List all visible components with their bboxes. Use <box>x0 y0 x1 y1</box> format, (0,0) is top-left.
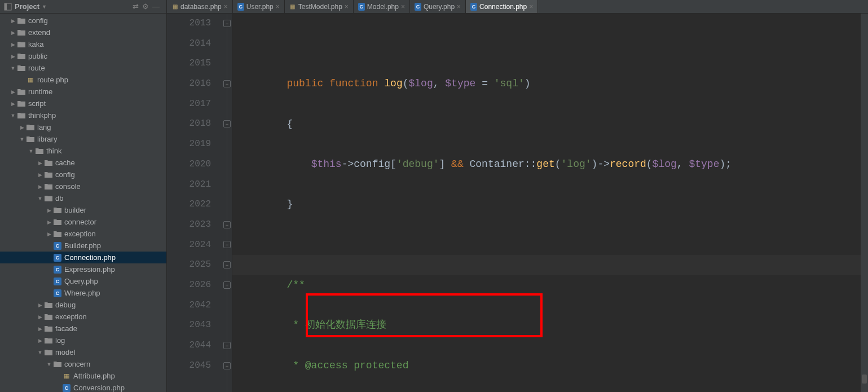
line-number: 2044 <box>167 336 222 356</box>
scroll-from-source-icon[interactable]: ⇄ <box>133 2 139 11</box>
tree-arrow-icon[interactable]: ▶ <box>36 314 44 320</box>
close-icon[interactable]: × <box>224 3 228 11</box>
tree-folder[interactable]: ▶log <box>0 334 166 346</box>
tree-folder[interactable]: ▼think <box>0 145 166 157</box>
tree-folder[interactable]: ▼thinkphp <box>0 109 166 121</box>
editor-tab[interactable]: ▦TestModel.php× <box>285 0 354 13</box>
tree-folder[interactable]: ▶console <box>0 180 166 192</box>
tree-arrow-icon[interactable]: ▼ <box>36 196 44 201</box>
close-icon[interactable]: × <box>529 3 533 11</box>
tree-folder[interactable]: ▼model <box>0 346 166 358</box>
tree-folder[interactable]: ▶config <box>0 15 166 27</box>
close-icon[interactable]: × <box>401 3 405 11</box>
tree-arrow-icon[interactable]: ▼ <box>9 65 17 71</box>
tree-folder[interactable]: ▶debug <box>0 299 166 311</box>
editor-tab[interactable]: CQuery.php× <box>410 0 466 13</box>
tree-arrow-icon[interactable]: ▼ <box>27 148 35 154</box>
tree-folder[interactable]: ▶builder <box>0 204 166 216</box>
tree-arrow-icon[interactable]: ▶ <box>36 302 44 308</box>
fold-marker[interactable]: − <box>223 342 231 349</box>
tree-file[interactable]: CWhere.php <box>0 287 166 299</box>
tree-folder[interactable]: ▼concern <box>0 358 166 370</box>
tree-folder[interactable]: ▶connector <box>0 216 166 228</box>
tree-arrow-icon[interactable]: ▶ <box>9 54 17 59</box>
tree-arrow-icon[interactable]: ▶ <box>9 42 17 47</box>
tree-arrow-icon[interactable]: ▶ <box>36 338 44 343</box>
fold-marker[interactable]: − <box>223 120 231 127</box>
tree-folder[interactable]: ▶config <box>0 169 166 180</box>
close-icon[interactable]: × <box>457 3 461 11</box>
line-number: 2013 <box>167 14 222 34</box>
php-file-icon: C <box>237 3 244 10</box>
tree-arrow-icon[interactable]: ▼ <box>45 362 53 367</box>
tab-label: TestModel.php <box>298 3 342 11</box>
tree-folder[interactable]: ▼db <box>0 192 166 204</box>
tree-item-label: cache <box>55 158 75 167</box>
tree-arrow-icon[interactable]: ▼ <box>9 113 17 118</box>
editor-tabs: ▦database.php×CUser.php×▦TestModel.php×C… <box>167 0 868 13</box>
tree-arrow-icon[interactable]: ▶ <box>45 208 53 213</box>
code-area[interactable]: public function log($log, $type = 'sql')… <box>232 14 861 392</box>
vertical-scrollbar[interactable] <box>861 14 868 392</box>
tree-file[interactable]: CQuery.php <box>0 275 166 287</box>
editor-tab[interactable]: CModel.php× <box>354 0 410 13</box>
tree-item-label: debug <box>55 301 76 309</box>
tree-arrow-icon[interactable]: ▼ <box>36 350 44 355</box>
editor-tab[interactable]: CConnection.php× <box>466 0 538 13</box>
tree-arrow-icon[interactable]: ▶ <box>45 231 53 237</box>
php-file-icon: C <box>470 3 477 10</box>
minimize-icon[interactable]: — <box>152 2 160 11</box>
tree-folder[interactable]: ▶exception <box>0 311 166 323</box>
tree-arrow-icon[interactable]: ▶ <box>36 172 44 178</box>
fold-marker[interactable]: − <box>223 221 231 228</box>
tree-arrow-icon[interactable]: ▶ <box>9 18 17 24</box>
tree-arrow-icon[interactable]: ▼ <box>18 136 26 142</box>
tree-item-label: builder <box>64 206 86 214</box>
fold-marker[interactable]: + <box>223 281 231 289</box>
editor-tab[interactable]: ▦database.php× <box>167 0 233 13</box>
tree-folder[interactable]: ▶script <box>0 98 166 109</box>
tree-arrow-icon[interactable]: ▶ <box>36 160 44 166</box>
tree-arrow-icon[interactable]: ▶ <box>36 184 44 190</box>
gear-icon[interactable]: ⚙ <box>142 2 149 11</box>
editor-tab[interactable]: CUser.php× <box>233 0 285 13</box>
tree-folder[interactable]: ▶runtime <box>0 86 166 98</box>
tree-arrow-icon[interactable]: ▶ <box>36 326 44 332</box>
tree-arrow-icon[interactable]: ▶ <box>9 30 17 36</box>
config-file-icon: ▦ <box>289 3 296 10</box>
tree-folder[interactable]: ▶kaka <box>0 38 166 50</box>
tab-label: Connection.php <box>479 3 527 11</box>
tree-file[interactable]: CBuilder.php <box>0 240 166 252</box>
tree-file[interactable]: ▦route.php <box>0 74 166 86</box>
fold-marker[interactable]: − <box>223 261 231 268</box>
close-icon[interactable]: × <box>276 3 280 11</box>
code-editor[interactable]: 2013201420152016201720182019202020212022… <box>167 14 868 392</box>
close-icon[interactable]: × <box>345 3 349 11</box>
tree-file[interactable]: ▦Attribute.php <box>0 370 166 382</box>
tree-folder[interactable]: ▶lang <box>0 121 166 133</box>
tree-folder[interactable]: ▶exception <box>0 228 166 240</box>
tree-folder[interactable]: ▶public <box>0 50 166 62</box>
tree-arrow-icon[interactable]: ▶ <box>18 125 26 130</box>
tree-arrow-icon[interactable]: ▶ <box>9 89 17 95</box>
tree-file[interactable]: CConversion.php <box>0 382 166 392</box>
fold-marker[interactable]: − <box>223 362 231 369</box>
tree-file[interactable]: CConnection.php <box>0 252 166 263</box>
fold-marker[interactable]: − <box>223 80 231 87</box>
tree-arrow-icon[interactable]: ▶ <box>9 101 17 107</box>
tree-folder[interactable]: ▼route <box>0 62 166 74</box>
tree-arrow-icon[interactable]: ▶ <box>45 219 53 225</box>
tree-folder[interactable]: ▼library <box>0 133 166 145</box>
line-number: 2018 <box>167 114 222 134</box>
tree-item-label: thinkphp <box>28 111 56 120</box>
fold-marker[interactable]: − <box>223 241 231 248</box>
line-number: 2025 <box>167 255 222 275</box>
folder-icon <box>17 64 26 73</box>
fold-marker[interactable]: − <box>223 20 231 27</box>
tree-folder[interactable]: ▶facade <box>0 323 166 334</box>
tree-file[interactable]: CExpression.php <box>0 263 166 275</box>
tree-folder[interactable]: ▶extend <box>0 27 166 38</box>
folder-icon <box>44 158 53 168</box>
project-panel-header[interactable]: Project ▼ ⇄ ⚙ — <box>0 0 167 13</box>
tree-folder[interactable]: ▶cache <box>0 157 166 169</box>
